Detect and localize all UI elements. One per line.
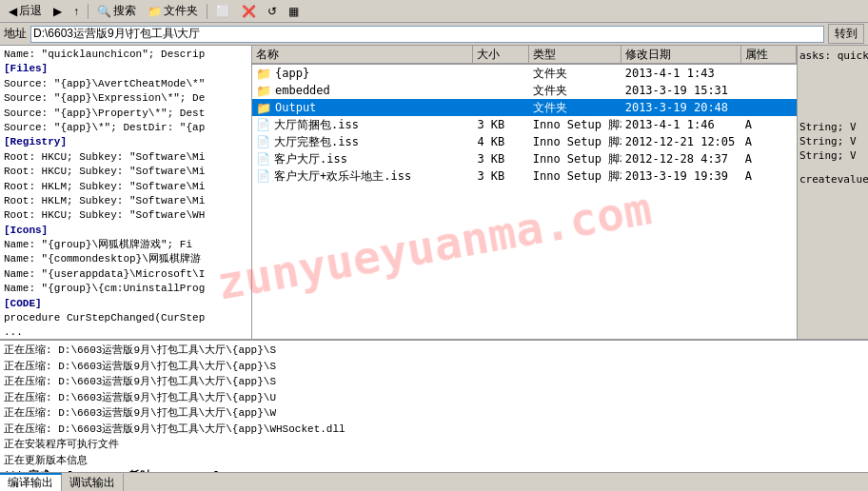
file-name-text: 大厅完整包.iss <box>274 134 359 150</box>
up-button[interactable]: ↑ <box>69 2 84 21</box>
search-button[interactable]: 🔍 搜索 <box>92 2 141 21</box>
file-attr-cell <box>741 82 797 99</box>
source-line: Root: HKCU; Subkey: "Software\Mi <box>2 165 249 179</box>
col-header-size[interactable]: 大小 <box>473 46 528 63</box>
goto-button[interactable]: 转到 <box>828 24 864 44</box>
folder-icon: 📁 <box>148 5 162 18</box>
file-name-text: embedded <box>275 84 330 97</box>
tab-编译输出[interactable]: 编译输出 <box>0 473 62 491</box>
refresh-icon: ↺ <box>267 5 277 18</box>
source-line: Root: HKCU; Subkey: "Software\Mi <box>2 150 249 165</box>
folder-label: 文件夹 <box>164 3 198 19</box>
address-label: 地址 <box>4 26 27 42</box>
right-info-3: createvalue <box>798 172 868 187</box>
forward-button[interactable]: ▶ <box>49 2 67 21</box>
table-row[interactable]: 📁embedded文件夹2013-3-19 15:31 <box>252 82 797 99</box>
source-line: Name: "{commondesktop}\网狐棋牌游 <box>2 252 249 266</box>
left-panel: Name: "quicklaunchicon"; Descrip[Files]S… <box>0 46 252 339</box>
source-line: [Files] <box>2 62 249 76</box>
table-row[interactable]: 📄客户大厅+欢乐斗地主.iss3 KBInno Setup 脚本2013-3-1… <box>252 167 797 185</box>
copy-button[interactable]: ⬜ <box>211 2 235 21</box>
table-row[interactable]: 📁{app}文件夹2013-4-1 1:43 <box>252 65 797 82</box>
refresh-button[interactable]: ↺ <box>263 2 282 21</box>
col-header-attr[interactable]: 属性 <box>741 46 797 63</box>
file-date-cell: 2013-3-19 19:39 <box>621 167 741 185</box>
delete-button[interactable]: ❌ <box>237 2 261 21</box>
copy-icon: ⬜ <box>216 5 230 18</box>
file-name-cell: 📁Output <box>252 99 473 116</box>
file-date-cell: 2013-4-1 1:46 <box>621 116 741 133</box>
source-line: Source: "{app}\Expression\*"; De <box>2 91 249 106</box>
folder-button[interactable]: 📁 文件夹 <box>143 2 203 21</box>
file-date-cell: 2013-3-19 20:48 <box>621 99 741 116</box>
up-icon: ↑ <box>73 5 79 18</box>
forward-icon: ▶ <box>53 5 62 18</box>
file-size-cell <box>473 65 528 82</box>
file-type-cell: 文件夹 <box>529 82 621 99</box>
file-attr-cell: A <box>741 167 797 185</box>
back-icon: ◀ <box>9 5 17 18</box>
file-size-cell <box>473 99 528 116</box>
file-attr-cell <box>741 99 797 116</box>
right-info-1: String; V <box>798 134 868 148</box>
tab-调试输出[interactable]: 调试输出 <box>62 473 124 491</box>
log-line: 正在压缩: D:\6603运营版9月\打包工具\大厅\{app}\S <box>4 374 864 390</box>
delete-icon: ❌ <box>242 5 256 18</box>
address-input[interactable] <box>30 26 824 43</box>
file-list-header: 名称 大小 类型 修改日期 属性 <box>252 46 797 65</box>
file-list-body[interactable]: 📁{app}文件夹2013-4-1 1:43📁embedded文件夹2013-3… <box>252 65 797 339</box>
source-line: Name: "{group}\{cm:UninstallProg <box>2 282 249 296</box>
file-attr-cell <box>741 65 797 82</box>
search-icon: 🔍 <box>97 5 111 18</box>
log-line: 正在更新版本信息 <box>4 453 864 469</box>
view-button[interactable]: ▦ <box>284 2 304 21</box>
file-type-cell: 文件夹 <box>529 99 621 116</box>
back-button[interactable]: ◀ 后退 <box>4 2 47 21</box>
log-line: 正在安装程序可执行文件 <box>4 437 864 453</box>
file-type-cell: 文件夹 <box>529 65 621 82</box>
source-line: Name: "{group}\网狐棋牌游戏"; Fi <box>2 238 249 252</box>
file-icon: 📄 <box>256 118 270 131</box>
folder-icon: 📁 <box>256 101 271 115</box>
source-line: Source: "{app}\*"; DestDir: "{ap <box>2 121 249 135</box>
file-type-cell: Inno Setup 脚本 <box>529 133 621 150</box>
right-info-2: String; V <box>798 148 868 163</box>
col-header-date[interactable]: 修改日期 <box>621 46 741 63</box>
log-line: 正在压缩: D:\6603运营版9月\打包工具\大厅\{app}\U <box>4 390 864 406</box>
file-name-text: 大厅简捆包.iss <box>274 117 359 133</box>
main-content: Name: "quicklaunchicon"; Descrip[Files]S… <box>0 46 868 339</box>
file-name-text: 客户大厅+欢乐斗地主.iss <box>274 168 411 185</box>
col-header-name[interactable]: 名称 <box>252 46 473 63</box>
file-name-cell: 📄大厅完整包.iss <box>252 133 473 150</box>
file-size-cell: 3 KB <box>473 116 528 133</box>
table-row[interactable]: 📄大厅完整包.iss4 KBInno Setup 脚本2012-12-21 12… <box>252 133 797 150</box>
source-line: Root: HKLM; Subkey: "Software\Mi <box>2 180 249 194</box>
folder-icon: 📁 <box>256 84 271 98</box>
file-attr-cell: A <box>741 133 797 150</box>
back-label: 后退 <box>19 3 42 19</box>
source-line: [Registry] <box>2 135 249 149</box>
file-date-cell: 2012-12-21 12:05 <box>621 133 741 150</box>
log-area[interactable]: 正在压缩: D:\6603运营版9月\打包工具\大厅\{app}\S正在压缩: … <box>0 341 868 472</box>
file-name-cell: 📄客户大厅+欢乐斗地主.iss <box>252 167 473 185</box>
file-name-cell: 📄客户大厅.iss <box>252 150 473 167</box>
source-line: Root: HKLM; Subkey: "Software\Mi <box>2 194 249 208</box>
right-info-top: asks: quick <box>798 46 868 63</box>
table-row[interactable]: 📄客户大厅.iss3 KBInno Setup 脚本2012-12-28 4:3… <box>252 150 797 167</box>
file-type-cell: Inno Setup 脚本 <box>529 150 621 167</box>
table-row[interactable]: 📁Output文件夹2013-3-19 20:48 <box>252 99 797 116</box>
bottom-tabs: 编译输出调试输出 <box>0 472 868 491</box>
source-line: Root: HKCU; Subkey: "Software\WH <box>2 208 249 223</box>
separator-2 <box>207 4 207 19</box>
address-bar: 地址 转到 <box>0 23 868 46</box>
source-line: [Icons] <box>2 224 249 238</box>
file-attr-cell: A <box>741 150 797 167</box>
file-size-cell: 3 KB <box>473 150 528 167</box>
table-row[interactable]: 📄大厅简捆包.iss3 KBInno Setup 脚本2013-4-1 1:46… <box>252 116 797 133</box>
log-line: 正在压缩: D:\6603运营版9月\打包工具\大厅\{app}\S <box>4 359 864 375</box>
file-attr-cell: A <box>741 116 797 133</box>
source-area[interactable]: Name: "quicklaunchicon"; Descrip[Files]S… <box>0 46 251 339</box>
col-header-type[interactable]: 类型 <box>529 46 621 63</box>
source-line: Source: "{app}\AvertCheatMode\*" <box>2 77 249 91</box>
source-line: Name: "quicklaunchicon"; Descrip <box>2 48 249 62</box>
